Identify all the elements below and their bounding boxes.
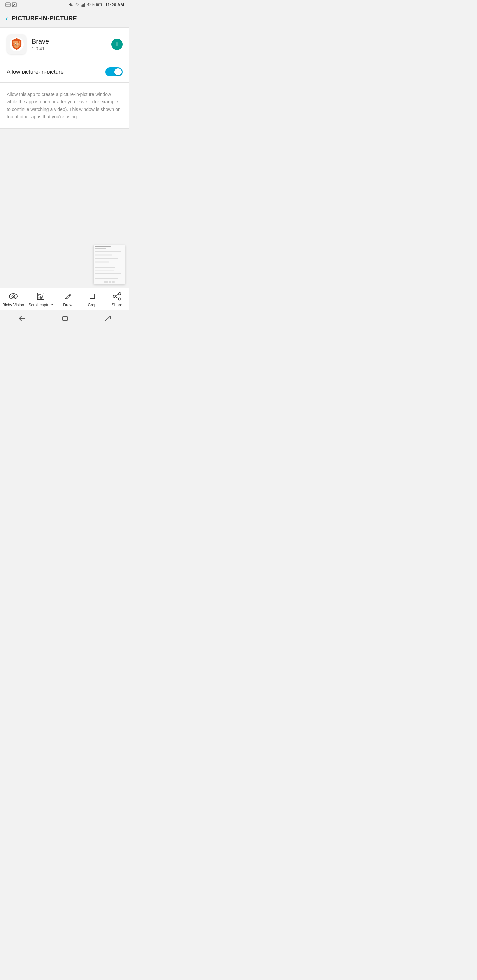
top-bar: ‹ PICTURE-IN-PICTURE	[0, 9, 129, 28]
svg-rect-8	[82, 5, 83, 7]
draw-icon	[63, 291, 72, 301]
nav-back-button[interactable]	[10, 313, 34, 324]
draw-label: Draw	[63, 302, 72, 307]
svg-rect-13	[102, 4, 102, 5]
empty-space	[0, 129, 129, 241]
svg-point-32	[118, 292, 121, 295]
info-button[interactable]: i	[111, 39, 123, 50]
description-section: Allow this app to create a picture-in-pi…	[0, 83, 129, 129]
battery-icon	[96, 3, 102, 6]
status-bar: 42% 11:20 AM	[0, 0, 129, 9]
signal-icon	[80, 3, 86, 6]
svg-marker-4	[69, 3, 70, 6]
edit-icon	[12, 2, 17, 7]
toolbar-crop[interactable]: Crop	[83, 291, 102, 307]
status-icons: 42% 11:20 AM	[68, 2, 124, 7]
pip-toggle-label: Allow picture-in-picture	[6, 68, 64, 75]
scroll-capture-icon	[36, 291, 45, 301]
eye-icon	[9, 291, 18, 301]
back-button[interactable]: ‹	[5, 14, 8, 23]
pip-toggle[interactable]	[105, 67, 123, 76]
svg-line-35	[115, 294, 118, 296]
svg-rect-7	[81, 5, 82, 6]
mute-icon	[68, 2, 73, 7]
svg-line-30	[69, 295, 70, 296]
svg-rect-38	[62, 316, 67, 321]
svg-point-19	[19, 41, 20, 43]
page-title: PICTURE-IN-PICTURE	[11, 15, 77, 22]
wifi-icon	[74, 3, 79, 6]
svg-rect-12	[97, 4, 99, 6]
nav-recent-button[interactable]	[54, 313, 76, 324]
app-info-section: Brave 1.0.41 i	[0, 28, 129, 61]
svg-rect-9	[83, 4, 84, 6]
bottom-toolbar: Bixby Vision Scroll capture Draw	[0, 288, 129, 310]
share-label: Share	[112, 302, 122, 307]
status-left-icons	[5, 2, 66, 7]
svg-point-34	[118, 298, 121, 300]
screenshot-thumbnail[interactable]	[93, 245, 125, 285]
app-text: Brave 1.0.41	[32, 38, 106, 51]
share-icon	[112, 291, 121, 301]
thumb-inner	[94, 245, 125, 284]
svg-line-3	[13, 4, 15, 6]
svg-rect-0	[6, 3, 10, 6]
bixby-vision-label: Bixby Vision	[2, 302, 24, 307]
svg-rect-10	[85, 3, 85, 7]
svg-line-36	[115, 297, 118, 298]
toolbar-share[interactable]: Share	[107, 291, 127, 307]
battery-percent: 42%	[87, 2, 95, 7]
nav-bar	[0, 310, 129, 327]
app-version: 1.0.41	[32, 46, 106, 51]
crop-label: Crop	[88, 302, 97, 307]
toolbar-draw[interactable]: Draw	[57, 291, 78, 307]
app-name: Brave	[32, 38, 106, 45]
nav-recent-icon	[62, 315, 68, 321]
toolbar-bixby-vision[interactable]: Bixby Vision	[2, 291, 24, 307]
brave-logo-svg	[9, 37, 24, 52]
nav-home-icon	[104, 315, 111, 322]
svg-point-33	[113, 295, 115, 298]
pip-toggle-row: Allow picture-in-picture	[0, 61, 129, 83]
svg-rect-31	[90, 294, 95, 299]
nav-home-button[interactable]	[96, 313, 119, 325]
nav-back-icon	[18, 315, 26, 321]
svg-point-22	[15, 44, 16, 45]
scroll-capture-label: Scroll capture	[29, 302, 53, 307]
crop-icon	[88, 291, 97, 301]
status-time: 11:20 AM	[105, 2, 124, 7]
app-icon	[6, 35, 27, 54]
svg-point-18	[13, 41, 14, 43]
screenshot-area	[0, 241, 129, 288]
toolbar-scroll-capture[interactable]: Scroll capture	[29, 291, 53, 307]
svg-point-23	[17, 44, 18, 45]
svg-line-39	[105, 316, 110, 321]
gallery-icon	[5, 2, 11, 7]
description-text: Allow this app to create a picture-in-pi…	[6, 91, 123, 121]
svg-point-26	[13, 296, 14, 297]
